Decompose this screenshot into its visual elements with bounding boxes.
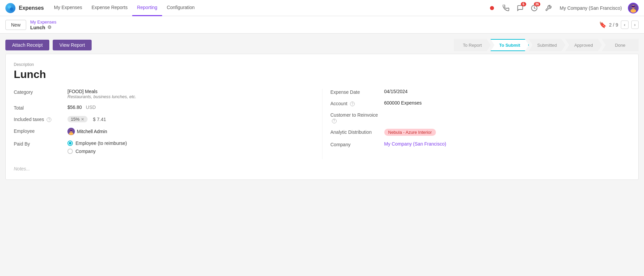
app-title: Expenses [19,5,44,11]
tax-badge: 15% ✕ [67,116,88,122]
tools-icon[interactable] [543,3,554,13]
notification-dot-icon[interactable] [487,3,497,13]
analytic-field: Analytic Distribution Nebula - Azure Int… [331,129,631,136]
tax-amount: $ 7.41 [93,117,106,122]
nav-item-expense-reports[interactable]: Expense Reports [87,0,132,16]
company-link[interactable]: My Company (San Francisco) [384,141,446,147]
breadcrumb: My Expenses Lunch ⚙ [30,19,56,30]
notes-field[interactable]: Notes... [14,166,630,171]
attach-receipt-button[interactable]: Attach Receipt [5,40,49,50]
breadcrumb-current-label: Lunch [30,25,45,30]
chat-icon[interactable]: 6 [515,3,526,13]
content-area: Attach Receipt View Report To Report To … [0,34,644,276]
expense-form: Description Lunch Category [FOOD] Meals … [5,54,639,180]
status-bar: Attach Receipt View Report To Report To … [5,34,639,54]
paid-by-employee-option[interactable]: Employee (to reimburse) [67,141,127,146]
company-name: My Company (San Francisco) [560,5,622,11]
employee-label: Employee [14,128,67,134]
nav-item-reporting[interactable]: Reporting [132,0,162,16]
expense-date-value[interactable]: 04/15/2024 [384,89,408,94]
paid-by-company-label: Company [76,149,96,154]
step-submitted[interactable]: Submitted [529,39,565,51]
form-right-column: Expense Date 04/15/2024 Account ? 600000… [322,89,631,159]
analytic-value[interactable]: Nebula - Azure Interior [384,129,436,136]
taxes-label: Included taxes ? [14,116,67,122]
total-currency: USD [86,105,96,110]
paid-by-company-option[interactable]: Company [67,149,127,154]
account-label: Account ? [331,100,384,106]
category-label: Category [14,89,67,95]
expense-title[interactable]: Lunch [14,68,630,81]
svg-point-2 [490,6,494,10]
pagination-next-button[interactable]: › [631,21,639,29]
svg-rect-11 [70,130,72,131]
pagination-text: 2 / 9 [609,22,618,28]
company-field: Company My Company (San Francisco) [331,141,631,147]
bookmark-icon[interactable]: 🔖 [599,21,606,29]
nav-item-my-expenses[interactable]: My Expenses [49,0,87,16]
step-to-submit[interactable]: To Submit [490,39,529,51]
pagination: 🔖 2 / 9 ‹ › [599,21,639,29]
taxes-help-icon[interactable]: ? [47,117,51,122]
paid-by-label: Paid By [14,141,67,147]
form-left-column: Category [FOOD] Meals Restaurants, busin… [14,89,322,159]
app-logo [5,3,15,13]
customer-reinvoice-field: Customer to Reinvoice ? [331,112,631,123]
step-done[interactable]: Done [602,39,639,51]
chat-badge: 6 [521,2,526,6]
description-label: Description [14,62,630,67]
paid-by-employee-radio[interactable] [67,141,73,146]
svg-point-6 [631,9,636,12]
clock-icon[interactable]: 36 [529,3,540,13]
expense-date-label: Expense Date [331,89,384,95]
svg-point-1 [10,7,13,11]
status-steps: To Report To Submit Submitted Approved D… [454,39,639,51]
account-field: Account ? 600000 Expenses [331,100,631,106]
user-avatar[interactable] [628,3,639,13]
paid-by-field: Paid By Employee (to reimburse) Company [14,141,314,154]
settings-gear-icon[interactable]: ⚙ [47,25,52,30]
employee-name[interactable]: Mitchell Admin [77,129,314,134]
customer-reinvoice-label: Customer to Reinvoice ? [331,112,384,123]
paid-by-employee-label: Employee (to reimburse) [76,141,127,146]
top-navigation: Expenses My Expenses Expense Reports Rep… [0,0,644,16]
svg-point-10 [69,132,73,135]
taxes-field: Included taxes ? 15% ✕ $ 7.41 [14,116,314,122]
company-label: Company [331,141,384,147]
action-buttons: Attach Receipt View Report [5,40,92,50]
breadcrumb-parent[interactable]: My Expenses [30,19,56,25]
account-help-icon[interactable]: ? [350,102,355,106]
total-label: Total [14,105,67,111]
phone-icon[interactable] [501,3,511,13]
category-field: Category [FOOD] Meals Restaurants, busin… [14,89,314,99]
step-approved[interactable]: Approved [565,39,602,51]
nav-item-configuration[interactable]: Configuration [162,0,199,16]
category-value[interactable]: [FOOD] Meals [67,89,314,94]
tax-badge-value: 15% [71,117,80,122]
total-value[interactable]: $56.80 [67,105,82,110]
employee-field: Employee Mitchell Admin [14,128,314,135]
new-button[interactable]: New [5,20,26,30]
paid-by-company-radio[interactable] [67,149,73,154]
account-value[interactable]: 600000 Expenses [384,100,631,106]
svg-rect-7 [632,6,635,8]
secondary-navigation: New My Expenses Lunch ⚙ 🔖 2 / 9 ‹ › [0,16,644,34]
pagination-prev-button[interactable]: ‹ [621,21,628,29]
customer-reinvoice-help-icon[interactable]: ? [332,119,337,123]
step-to-report[interactable]: To Report [454,39,491,51]
tax-remove-button[interactable]: ✕ [81,117,84,122]
category-sub: Restaurants, business lunches, etc. [67,94,314,99]
paid-by-radio-group: Employee (to reimburse) Company [67,141,127,154]
expense-date-field: Expense Date 04/15/2024 [331,89,631,95]
nav-icons: 6 36 My Company (San Francisco) [487,3,639,13]
form-grid: Category [FOOD] Meals Restaurants, busin… [14,89,630,159]
view-report-button[interactable]: View Report [53,40,92,50]
clock-badge: 36 [534,2,540,6]
analytic-label: Analytic Distribution [331,129,384,135]
total-field: Total $56.80 USD [14,105,314,111]
employee-avatar [67,128,75,135]
nav-menu: My Expenses Expense Reports Reporting Co… [49,0,485,16]
